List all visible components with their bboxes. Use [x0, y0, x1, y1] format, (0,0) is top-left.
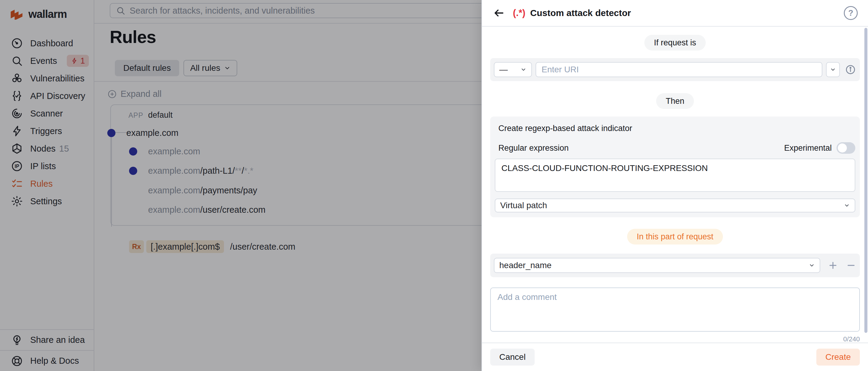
request-part-select[interactable]: header_name — [494, 258, 820, 273]
chevron-down-icon — [521, 66, 526, 73]
request-part-pill: In this part of request — [627, 229, 723, 245]
panel-header: (.*) Custom attack detector ? — [482, 0, 868, 27]
experimental-toggle[interactable] — [837, 142, 855, 154]
cancel-button[interactable]: Cancel — [490, 349, 535, 366]
remove-part-button[interactable] — [846, 260, 856, 270]
action-card-title: Create regexp-based attack indicator — [495, 124, 855, 133]
attack-type-select[interactable]: Virtual patch — [495, 199, 855, 212]
panel-footer: Cancel Create — [482, 343, 868, 371]
toggle-knob — [838, 143, 847, 152]
uri-operator-select[interactable]: — — [494, 62, 532, 77]
arrow-left-icon — [493, 7, 505, 19]
regex-field-label: Regular expression — [498, 143, 569, 153]
panel-body: If request is — Then Create regexp-based… — [482, 27, 868, 343]
uri-operator-value: — — [499, 65, 508, 75]
attack-indicator-card: Create regexp-based attack indicator Reg… — [490, 116, 860, 217]
attack-type-value: Virtual patch — [500, 201, 547, 210]
if-request-is-pill: If request is — [644, 35, 706, 51]
help-icon[interactable]: ? — [844, 6, 858, 20]
uri-expand-button[interactable] — [826, 62, 840, 77]
char-counter: 0/240 — [490, 335, 860, 343]
create-button[interactable]: Create — [816, 349, 860, 366]
wallarm-app: wallarm Dashboard Events 1 Vulnerabiliti… — [0, 0, 868, 371]
then-pill: Then — [656, 93, 694, 109]
request-part-row: header_name — [490, 254, 860, 277]
info-icon[interactable] — [845, 64, 856, 75]
custom-attack-detector-panel: (.*) Custom attack detector ? If request… — [482, 0, 868, 371]
request-part-value: header_name — [499, 261, 552, 270]
plus-icon — [829, 261, 837, 270]
chevron-down-icon — [830, 66, 836, 73]
add-part-button[interactable] — [828, 260, 838, 270]
comment-textarea[interactable] — [490, 287, 860, 332]
chevron-down-icon — [844, 202, 850, 208]
panel-scrollbar[interactable] — [864, 28, 867, 333]
chevron-down-icon — [809, 262, 815, 268]
experimental-label: Experimental — [784, 143, 832, 153]
regex-label-row: Regular expression Experimental — [495, 142, 855, 154]
regex-value-textarea[interactable]: CLASS-CLOUD-FUNCTION-ROUTING-EXPRESSION — [495, 159, 855, 192]
regex-type-icon: (.*) — [513, 7, 525, 19]
minus-icon — [846, 261, 856, 270]
back-button[interactable] — [492, 6, 506, 20]
modal-dim-overlay — [0, 0, 482, 371]
panel-title: Custom attack detector — [530, 8, 631, 18]
uri-input[interactable] — [535, 62, 823, 77]
uri-condition-row: — — [490, 58, 860, 81]
